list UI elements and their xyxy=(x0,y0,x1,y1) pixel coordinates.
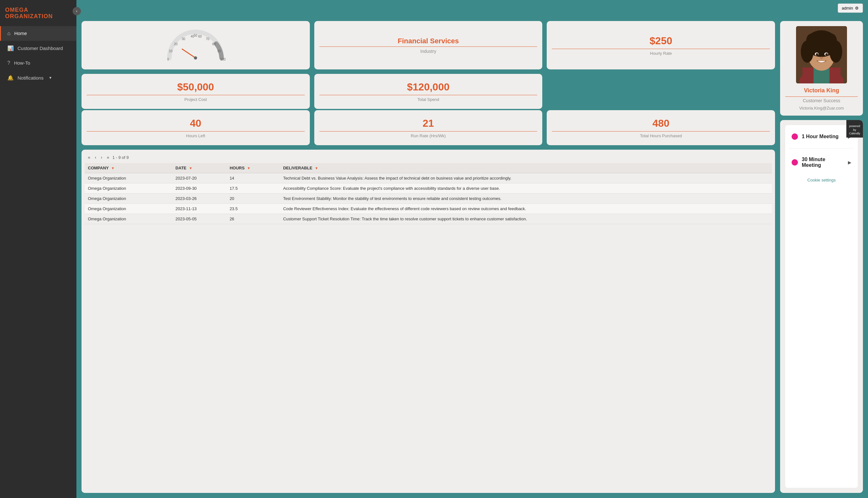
cell-company: Omega Organization xyxy=(85,214,172,224)
calendly-meeting-list: 1 Hour Meeting ▶ 30 Minute Meeting ▶ Coo… xyxy=(785,125,858,488)
avatar-svg xyxy=(796,26,847,83)
admin-label: admin xyxy=(842,6,853,11)
total-spend-label: Total Spend xyxy=(319,95,538,102)
hours-left-card: 40 Hours Left xyxy=(81,110,310,145)
cell-deliverable: Test Environment Stability: Monitor the … xyxy=(280,194,772,204)
bell-icon: 🔔 xyxy=(7,75,14,81)
industry-card: Financial Services Industry xyxy=(314,21,542,69)
total-spend-value: $120,000 xyxy=(407,81,449,93)
next-page-button[interactable]: › xyxy=(99,154,104,160)
table-scroll-area[interactable]: COMPANY ▼ DATE ▼ HOURS ▼ xyxy=(85,163,772,490)
svg-text:10: 10 xyxy=(169,49,173,53)
cell-hours: 17.5 xyxy=(226,183,280,194)
gear-icon: ⚙ xyxy=(855,6,859,11)
cell-date: 2023-03-26 xyxy=(172,194,226,204)
prev-page-button[interactable]: ‹ xyxy=(94,154,98,160)
sidebar-item-customer-dashboard[interactable]: 📊 Customer Dashboard xyxy=(0,41,76,56)
svg-point-39 xyxy=(825,53,828,56)
svg-point-12 xyxy=(194,56,197,60)
home-icon: ⌂ xyxy=(7,30,11,36)
run-rate-card: 21 Run Rate (Hrs/Wk) xyxy=(314,110,542,145)
logo-line2: ORGANIZATION xyxy=(5,13,71,20)
project-cost-card: $50,000 Project Cost xyxy=(81,74,310,109)
help-icon: ? xyxy=(7,60,10,66)
sidebar-item-home-label: Home xyxy=(14,30,27,36)
table-row: Omega Organization2023-03-2620Test Envir… xyxy=(85,194,772,204)
table-row: Omega Organization2023-07-2014Technical … xyxy=(85,173,772,183)
hours-left-value: 40 xyxy=(190,118,201,129)
calendly-badge-line2: Calendly xyxy=(849,132,860,135)
meeting-divider xyxy=(789,148,854,148)
cell-deliverable: Customer Support Ticket Resolution Time:… xyxy=(280,214,772,224)
table-row: Omega Organization2023-11-1323.5Code Rev… xyxy=(85,204,772,214)
cell-company: Omega Organization xyxy=(85,194,172,204)
filter-hours-icon[interactable]: ▼ xyxy=(247,166,251,170)
svg-point-38 xyxy=(816,53,818,56)
svg-text:30: 30 xyxy=(182,37,186,41)
admin-button[interactable]: admin ⚙ xyxy=(838,3,863,13)
cell-company: Omega Organization xyxy=(85,183,172,194)
cell-date: 2023-07-20 xyxy=(172,173,226,183)
col-date[interactable]: DATE ▼ xyxy=(172,163,226,173)
sidebar-item-notifications[interactable]: 🔔 Notifications ▼ xyxy=(0,70,76,85)
right-column: Victoria King Customer Success Victoria.… xyxy=(780,21,863,493)
cell-hours: 26 xyxy=(226,214,280,224)
sidebar-item-notifications-label: Notifications xyxy=(17,75,44,81)
sidebar-item-home[interactable]: ⌂ Home xyxy=(0,26,76,41)
cell-deliverable: Technical Debt vs. Business Value Analys… xyxy=(280,173,772,183)
meeting-1-hour-dot xyxy=(792,133,798,140)
stats-row-3: 40 Hours Left 21 Run Rate (Hrs/Wk) 480 T… xyxy=(81,110,775,145)
profile-email: Victoria.King@Zuar.com xyxy=(799,106,844,110)
project-cost-label: Project Cost xyxy=(87,95,305,102)
stats-row-2: $50,000 Project Cost $120,000 Total Spen… xyxy=(81,74,775,109)
cell-company: Omega Organization xyxy=(85,173,172,183)
chevron-down-icon: ▼ xyxy=(49,76,52,80)
table-body: Omega Organization2023-07-2014Technical … xyxy=(85,173,772,224)
meeting-30-minute-dot xyxy=(792,159,798,166)
filter-date-icon[interactable]: ▼ xyxy=(189,166,192,170)
meeting-30-minute[interactable]: 30 Minute Meeting ▶ xyxy=(789,154,854,171)
svg-text:20: 20 xyxy=(174,42,178,46)
svg-text:50: 50 xyxy=(194,34,198,37)
filter-company-icon[interactable]: ▼ xyxy=(111,166,115,170)
cell-deliverable: Accessibility Compliance Score: Evaluate… xyxy=(280,183,772,194)
logo-line1: OMEGA xyxy=(5,7,71,13)
sidebar-item-dashboard-label: Customer Dashboard xyxy=(17,45,63,51)
topbar: admin ⚙ xyxy=(76,0,868,16)
calendly-card: powered by Calendly 1 Hour Meeting ▶ 30 … xyxy=(780,120,863,493)
total-hours-label: Total Hours Purchased xyxy=(552,131,770,138)
run-rate-label: Run Rate (Hrs/Wk) xyxy=(319,131,538,138)
sidebar: OMEGA ORGANIZATION ⌂ Home 📊 Customer Das… xyxy=(0,0,76,498)
table-row: Omega Organization2023-05-0526Customer S… xyxy=(85,214,772,224)
meeting-1-hour-label: 1 Hour Meeting xyxy=(802,134,844,140)
run-rate-value: 21 xyxy=(422,118,434,129)
meeting-30-minute-label: 30 Minute Meeting xyxy=(802,157,844,168)
total-hours-card: 480 Total Hours Purchased xyxy=(547,110,775,145)
cookie-settings-link[interactable]: Cookie settings xyxy=(789,178,854,182)
last-page-button[interactable]: » xyxy=(105,154,110,160)
filter-deliverable-icon[interactable]: ▼ xyxy=(315,166,318,170)
meeting-30-minute-arrow: ▶ xyxy=(848,160,852,165)
total-hours-value: 480 xyxy=(653,118,669,129)
cell-date: 2023-05-05 xyxy=(172,214,226,224)
center-column: 0 10 20 30 40 50 60 70 80 90 100 xyxy=(81,21,775,493)
svg-text:90: 90 xyxy=(218,49,221,53)
first-page-button[interactable]: « xyxy=(87,154,92,160)
cell-company: Omega Organization xyxy=(85,204,172,214)
col-hours[interactable]: HOURS ▼ xyxy=(226,163,280,173)
col-deliverable[interactable]: DELIVERABLE ▼ xyxy=(280,163,772,173)
cell-hours: 20 xyxy=(226,194,280,204)
industry-label: Industry xyxy=(319,47,538,54)
industry-value: Financial Services xyxy=(398,37,459,45)
logo: OMEGA ORGANIZATION xyxy=(0,3,76,26)
sidebar-item-how-to[interactable]: ? How-To xyxy=(0,56,76,70)
profile-role: Customer Success xyxy=(785,96,858,103)
pagination-info: 1 - 9 of 9 xyxy=(113,155,129,160)
meeting-1-hour[interactable]: 1 Hour Meeting ▶ xyxy=(789,130,854,143)
stats-row-1: 0 10 20 30 40 50 60 70 80 90 100 xyxy=(81,21,775,69)
hours-left-label: Hours Left xyxy=(87,131,305,138)
svg-text:60: 60 xyxy=(198,35,202,38)
sidebar-item-howto-label: How-To xyxy=(14,60,30,66)
col-company[interactable]: COMPANY ▼ xyxy=(85,163,172,173)
gauge-card: 0 10 20 30 40 50 60 70 80 90 100 xyxy=(81,21,310,69)
